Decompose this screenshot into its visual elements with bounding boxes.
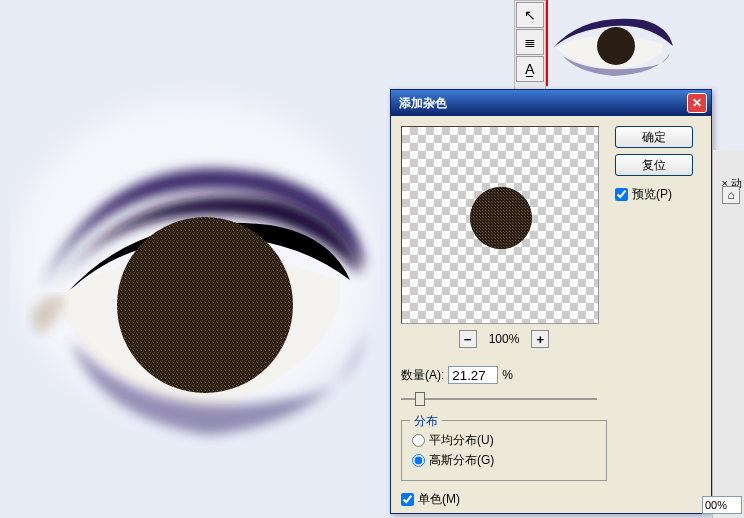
home-icon[interactable]: ⌂ bbox=[722, 186, 740, 204]
eye-illustration bbox=[10, 80, 380, 460]
uniform-radio-row[interactable]: 平均分布(U) bbox=[412, 432, 596, 449]
gaussian-label: 高斯分布(G) bbox=[429, 452, 494, 469]
amount-slider[interactable] bbox=[401, 390, 597, 408]
mono-label: 单色(M) bbox=[418, 491, 460, 508]
mono-check-row[interactable]: 单色(M) bbox=[401, 491, 607, 508]
opacity-field[interactable]: 00% bbox=[702, 496, 742, 514]
document-canvas bbox=[0, 0, 390, 518]
add-noise-dialog: 添加杂色 ✕ − 100% + bbox=[390, 89, 712, 514]
distribution-label: 分布 bbox=[410, 413, 442, 430]
zoom-in-button[interactable]: + bbox=[531, 330, 549, 348]
slider-thumb[interactable] bbox=[415, 392, 425, 406]
amount-label: 数量(A): bbox=[401, 367, 444, 384]
uniform-label: 平均分布(U) bbox=[429, 432, 494, 449]
panel-dock bbox=[712, 150, 744, 518]
distribution-group: 分布 平均分布(U) 高斯分布(G) bbox=[401, 420, 607, 481]
close-icon[interactable]: ✕ bbox=[687, 93, 707, 113]
tool-options-bar: ↖ ≣ A̲ bbox=[514, 0, 546, 90]
mono-checkbox[interactable] bbox=[401, 493, 414, 506]
zoom-out-button[interactable]: − bbox=[459, 330, 477, 348]
dialog-titlebar[interactable]: 添加杂色 ✕ bbox=[391, 90, 711, 116]
preview-check-label: 预览(P) bbox=[632, 186, 672, 203]
filter-preview[interactable] bbox=[401, 126, 599, 324]
zoom-level: 100% bbox=[489, 332, 520, 346]
uniform-radio[interactable] bbox=[412, 434, 425, 447]
svg-point-7 bbox=[597, 27, 635, 65]
preview-check-row[interactable]: 预览(P) bbox=[615, 186, 693, 203]
zoom-controls: − 100% + bbox=[401, 330, 607, 348]
navigator-preview bbox=[546, 0, 742, 86]
text-tool-icon[interactable]: A̲ bbox=[516, 56, 544, 82]
paragraph-tool-icon[interactable]: ≣ bbox=[516, 29, 544, 55]
preview-checkbox[interactable] bbox=[615, 188, 628, 201]
gaussian-radio[interactable] bbox=[412, 454, 425, 467]
gaussian-radio-row[interactable]: 高斯分布(G) bbox=[412, 452, 596, 469]
svg-point-6 bbox=[117, 217, 293, 393]
preview-noise-circle bbox=[470, 187, 532, 249]
amount-unit: % bbox=[502, 368, 513, 382]
svg-point-11 bbox=[470, 187, 532, 249]
reset-button[interactable]: 复位 bbox=[615, 154, 693, 176]
amount-input[interactable] bbox=[448, 366, 498, 384]
move-tool-icon[interactable]: ↖ bbox=[516, 2, 544, 28]
ok-button[interactable]: 确定 bbox=[615, 126, 693, 148]
dialog-title: 添加杂色 bbox=[399, 95, 687, 112]
